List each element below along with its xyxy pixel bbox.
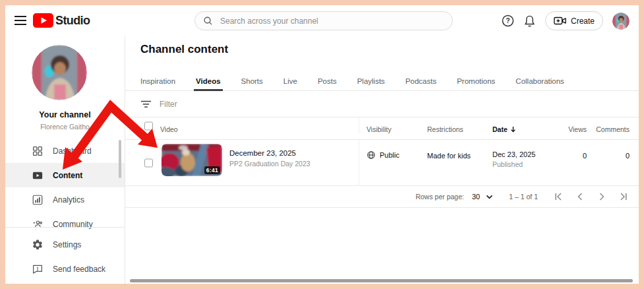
- first-page-button[interactable]: [554, 192, 563, 201]
- tab-posts[interactable]: Posts: [318, 73, 337, 90]
- header-visibility: Visibility: [359, 118, 420, 133]
- table-header: Video Visibility Restrictions Date Views…: [125, 118, 639, 140]
- date-value: Dec 23, 2025: [492, 150, 551, 158]
- row-checkbox[interactable]: [144, 159, 153, 168]
- sidebar-item-content[interactable]: Content: [5, 163, 125, 187]
- visibility-value[interactable]: Public: [380, 151, 399, 159]
- video-description: PP2 Graduation Day 2023: [229, 160, 359, 168]
- studio-wordmark: Studio: [55, 14, 90, 28]
- sidebar-scrollbar[interactable]: [119, 140, 121, 178]
- feedback-icon: [32, 263, 44, 275]
- sidebar-item-label: Send feedback: [53, 265, 105, 274]
- youtube-play-icon: [33, 13, 53, 28]
- content-icon: [32, 170, 44, 181]
- search-bar: [194, 11, 453, 30]
- channel-label: Your channel: [5, 110, 125, 119]
- search-input[interactable]: [219, 16, 444, 26]
- sort-descending-icon: [510, 126, 516, 133]
- tab-live[interactable]: Live: [283, 73, 297, 90]
- bell-icon: [523, 15, 536, 28]
- pagination-range: 1 – 1 of 1: [509, 193, 538, 201]
- topbar: Studio ?: [5, 5, 639, 36]
- video-title[interactable]: December 23, 2025: [229, 149, 359, 157]
- tab-promotions[interactable]: Promotions: [457, 73, 495, 90]
- header-restrictions: Restrictions: [420, 118, 485, 133]
- help-icon: ?: [502, 15, 514, 27]
- channel-avatar[interactable]: [32, 45, 87, 100]
- next-page-button[interactable]: [597, 192, 606, 201]
- filter-icon: [140, 100, 152, 108]
- tab-shorts[interactable]: Shorts: [241, 73, 263, 90]
- header-date-sort[interactable]: Date: [492, 125, 551, 133]
- restrictions-value: Made for kids: [427, 140, 485, 160]
- content-tabs: Inspiration Videos Shorts Live Posts Pla…: [125, 73, 639, 91]
- header-comments: Comments: [587, 118, 629, 133]
- tab-collaborations[interactable]: Collaborations: [515, 73, 564, 90]
- sidebar-item-send-feedback[interactable]: Send feedback: [5, 257, 125, 281]
- sidebar: Your channel Florence Gaitho Dashboard C…: [5, 36, 125, 284]
- topbar-actions: ? Create: [502, 5, 629, 36]
- settings-icon: [32, 239, 44, 251]
- video-thumbnail[interactable]: 6:41: [161, 144, 222, 176]
- search-icon: [203, 16, 213, 26]
- dashboard-icon: [32, 145, 44, 157]
- views-value: 0: [551, 140, 587, 160]
- community-icon: [32, 218, 44, 230]
- table-row: 6:41 December 23, 2025 PP2 Graduation Da…: [125, 140, 639, 186]
- tab-videos[interactable]: Videos: [196, 73, 221, 90]
- tab-podcasts[interactable]: Podcasts: [405, 73, 436, 90]
- hamburger-menu-icon[interactable]: [15, 16, 26, 25]
- help-button[interactable]: ?: [502, 15, 514, 27]
- youtube-studio-window: Studio ?: [5, 5, 639, 284]
- sidebar-item-label: Settings: [53, 240, 81, 249]
- sidebar-divider: [5, 227, 125, 228]
- svg-text:?: ?: [506, 17, 510, 24]
- filter-label: Filter: [160, 100, 177, 109]
- page-title: Channel content: [140, 43, 228, 56]
- comments-value: 0: [587, 140, 629, 160]
- sidebar-item-settings[interactable]: Settings: [5, 232, 125, 257]
- previous-page-button[interactable]: [575, 192, 585, 201]
- header-video: Video: [160, 125, 178, 133]
- tab-playlists[interactable]: Playlists: [357, 73, 385, 90]
- video-duration-badge: 6:41: [204, 166, 220, 174]
- channel-owner-name: Florence Gaitho: [5, 123, 125, 131]
- analytics-icon: [32, 194, 44, 206]
- youtube-studio-logo[interactable]: Studio: [33, 13, 90, 28]
- account-avatar-photo: [612, 13, 629, 30]
- channel-avatar-photo: [32, 45, 87, 100]
- date-status: Published: [492, 160, 551, 168]
- globe-public-icon: [366, 150, 376, 160]
- sidebar-item-dashboard[interactable]: Dashboard: [5, 139, 125, 163]
- sidebar-item-label: Content: [53, 171, 82, 180]
- create-button[interactable]: Create: [545, 11, 603, 30]
- pagination-bar: Rows per page: 30 1 – 1 of 1: [125, 186, 639, 208]
- sidebar-item-label: Analytics: [53, 195, 84, 205]
- sidebar-item-analytics[interactable]: Analytics: [5, 187, 125, 212]
- create-camera-icon: [554, 16, 566, 26]
- rows-per-page-select[interactable]: 30: [472, 193, 493, 201]
- horizontal-scrollbar[interactable]: [130, 279, 633, 282]
- tab-inspiration[interactable]: Inspiration: [140, 73, 175, 90]
- select-all-checkbox[interactable]: [144, 121, 153, 130]
- notifications-button[interactable]: [523, 15, 536, 28]
- header-views: Views: [551, 118, 587, 133]
- sidebar-item-label: Dashboard: [53, 146, 92, 156]
- create-button-label: Create: [571, 16, 595, 26]
- last-page-button[interactable]: [619, 192, 628, 201]
- filter-bar[interactable]: Filter: [125, 92, 639, 117]
- account-avatar[interactable]: [612, 13, 629, 30]
- rows-per-page-label: Rows per page:: [415, 193, 464, 201]
- chevron-down-icon: [486, 195, 493, 199]
- main-content: Channel content Inspiration Videos Short…: [125, 36, 639, 284]
